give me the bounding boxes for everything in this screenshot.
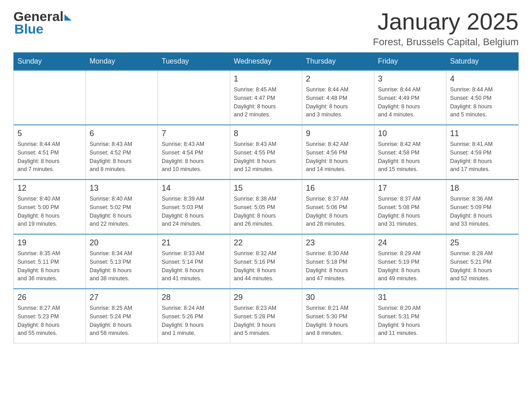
- day-number: 26: [17, 293, 82, 302]
- calendar-header-row: SundayMondayTuesdayWednesdayThursdayFrid…: [14, 53, 519, 71]
- day-number: 1: [234, 74, 298, 84]
- title-block: January 2025 Forest, Brussels Capital, B…: [373, 9, 519, 48]
- day-info: Sunrise: 8:34 AM Sunset: 5:13 PM Dayligh…: [90, 249, 154, 283]
- day-info: Sunrise: 8:35 AM Sunset: 5:11 PM Dayligh…: [17, 249, 82, 283]
- day-number: 11: [450, 129, 515, 138]
- calendar-cell: 20Sunrise: 8:34 AM Sunset: 5:13 PM Dayli…: [86, 234, 158, 289]
- calendar-cell: 18Sunrise: 8:36 AM Sunset: 5:09 PM Dayli…: [446, 180, 519, 234]
- day-info: Sunrise: 8:40 AM Sunset: 5:00 PM Dayligh…: [17, 195, 82, 228]
- calendar-cell: 15Sunrise: 8:38 AM Sunset: 5:05 PM Dayli…: [230, 180, 302, 234]
- day-info: Sunrise: 8:43 AM Sunset: 4:54 PM Dayligh…: [162, 140, 226, 174]
- day-info: Sunrise: 8:44 AM Sunset: 4:49 PM Dayligh…: [378, 86, 442, 119]
- day-number: 2: [306, 74, 370, 84]
- day-info: Sunrise: 8:29 AM Sunset: 5:19 PM Dayligh…: [378, 249, 442, 283]
- calendar-week-row: 12Sunrise: 8:40 AM Sunset: 5:00 PM Dayli…: [14, 180, 519, 234]
- day-number: 21: [162, 238, 226, 248]
- day-info: Sunrise: 8:42 AM Sunset: 4:56 PM Dayligh…: [306, 140, 370, 174]
- calendar-cell: 11Sunrise: 8:41 AM Sunset: 4:59 PM Dayli…: [446, 125, 519, 180]
- calendar-cell: 5Sunrise: 8:44 AM Sunset: 4:51 PM Daylig…: [14, 125, 86, 180]
- day-info: Sunrise: 8:45 AM Sunset: 4:47 PM Dayligh…: [234, 86, 298, 119]
- calendar-cell: [158, 70, 230, 125]
- day-number: 28: [162, 293, 226, 302]
- calendar-cell: 23Sunrise: 8:30 AM Sunset: 5:18 PM Dayli…: [302, 234, 374, 289]
- day-info: Sunrise: 8:40 AM Sunset: 5:02 PM Dayligh…: [90, 195, 154, 228]
- day-info: Sunrise: 8:44 AM Sunset: 4:48 PM Dayligh…: [306, 86, 370, 119]
- day-of-week-header: Saturday: [446, 53, 519, 71]
- day-info: Sunrise: 8:33 AM Sunset: 5:14 PM Dayligh…: [162, 249, 226, 283]
- day-info: Sunrise: 8:36 AM Sunset: 5:09 PM Dayligh…: [450, 195, 515, 228]
- calendar-cell: 13Sunrise: 8:40 AM Sunset: 5:02 PM Dayli…: [86, 180, 158, 234]
- calendar-title: January 2025: [373, 9, 519, 34]
- calendar-table: SundayMondayTuesdayWednesdayThursdayFrid…: [13, 52, 519, 343]
- day-info: Sunrise: 8:25 AM Sunset: 5:24 PM Dayligh…: [90, 304, 154, 338]
- day-number: 3: [378, 74, 442, 84]
- day-info: Sunrise: 8:20 AM Sunset: 5:31 PM Dayligh…: [378, 304, 442, 338]
- calendar-cell: 4Sunrise: 8:44 AM Sunset: 4:50 PM Daylig…: [446, 70, 519, 125]
- day-number: 12: [17, 184, 82, 193]
- calendar-week-row: 5Sunrise: 8:44 AM Sunset: 4:51 PM Daylig…: [14, 125, 519, 180]
- day-number: 24: [378, 238, 442, 248]
- day-of-week-header: Sunday: [14, 53, 86, 71]
- calendar-cell: 28Sunrise: 8:24 AM Sunset: 5:26 PM Dayli…: [158, 289, 230, 343]
- logo-blue-text: Blue: [14, 21, 43, 37]
- day-number: 6: [90, 129, 154, 138]
- page-header: General Blue January 2025 Forest, Brusse…: [13, 9, 519, 48]
- day-info: Sunrise: 8:38 AM Sunset: 5:05 PM Dayligh…: [234, 195, 298, 228]
- calendar-cell: 16Sunrise: 8:37 AM Sunset: 5:06 PM Dayli…: [302, 180, 374, 234]
- day-info: Sunrise: 8:23 AM Sunset: 5:28 PM Dayligh…: [234, 304, 298, 338]
- calendar-cell: 2Sunrise: 8:44 AM Sunset: 4:48 PM Daylig…: [302, 70, 374, 125]
- calendar-cell: 12Sunrise: 8:40 AM Sunset: 5:00 PM Dayli…: [14, 180, 86, 234]
- day-info: Sunrise: 8:37 AM Sunset: 5:08 PM Dayligh…: [378, 195, 442, 228]
- day-number: 27: [90, 293, 154, 302]
- day-info: Sunrise: 8:42 AM Sunset: 4:58 PM Dayligh…: [378, 140, 442, 174]
- calendar-week-row: 26Sunrise: 8:27 AM Sunset: 5:23 PM Dayli…: [14, 289, 519, 343]
- day-of-week-header: Monday: [86, 53, 158, 71]
- calendar-cell: 31Sunrise: 8:20 AM Sunset: 5:31 PM Dayli…: [374, 289, 446, 343]
- day-of-week-header: Friday: [374, 53, 446, 71]
- day-info: Sunrise: 8:21 AM Sunset: 5:30 PM Dayligh…: [306, 304, 370, 338]
- day-number: 13: [90, 184, 154, 193]
- logo: General Blue: [13, 9, 72, 37]
- day-number: 19: [17, 238, 82, 248]
- day-number: 30: [306, 293, 370, 302]
- day-number: 20: [90, 238, 154, 248]
- day-number: 15: [234, 184, 298, 193]
- day-info: Sunrise: 8:24 AM Sunset: 5:26 PM Dayligh…: [162, 304, 226, 338]
- calendar-week-row: 19Sunrise: 8:35 AM Sunset: 5:11 PM Dayli…: [14, 234, 519, 289]
- day-number: 8: [234, 129, 298, 138]
- day-of-week-header: Tuesday: [158, 53, 230, 71]
- calendar-cell: 21Sunrise: 8:33 AM Sunset: 5:14 PM Dayli…: [158, 234, 230, 289]
- day-number: 23: [306, 238, 370, 248]
- day-info: Sunrise: 8:41 AM Sunset: 4:59 PM Dayligh…: [450, 140, 515, 174]
- calendar-cell: [86, 70, 158, 125]
- calendar-cell: 26Sunrise: 8:27 AM Sunset: 5:23 PM Dayli…: [14, 289, 86, 343]
- day-info: Sunrise: 8:30 AM Sunset: 5:18 PM Dayligh…: [306, 249, 370, 283]
- day-number: 22: [234, 238, 298, 248]
- calendar-cell: 29Sunrise: 8:23 AM Sunset: 5:28 PM Dayli…: [230, 289, 302, 343]
- calendar-cell: 1Sunrise: 8:45 AM Sunset: 4:47 PM Daylig…: [230, 70, 302, 125]
- day-info: Sunrise: 8:27 AM Sunset: 5:23 PM Dayligh…: [17, 304, 82, 338]
- calendar-cell: 8Sunrise: 8:43 AM Sunset: 4:55 PM Daylig…: [230, 125, 302, 180]
- calendar-cell: [446, 289, 519, 343]
- day-of-week-header: Wednesday: [230, 53, 302, 71]
- day-info: Sunrise: 8:37 AM Sunset: 5:06 PM Dayligh…: [306, 195, 370, 228]
- day-info: Sunrise: 8:43 AM Sunset: 4:52 PM Dayligh…: [90, 140, 154, 174]
- day-number: 9: [306, 129, 370, 138]
- day-number: 7: [162, 129, 226, 138]
- day-info: Sunrise: 8:28 AM Sunset: 5:21 PM Dayligh…: [450, 249, 515, 283]
- calendar-subtitle: Forest, Brussels Capital, Belgium: [373, 36, 519, 48]
- day-number: 29: [234, 293, 298, 302]
- calendar-cell: 6Sunrise: 8:43 AM Sunset: 4:52 PM Daylig…: [86, 125, 158, 180]
- day-number: 17: [378, 184, 442, 193]
- day-info: Sunrise: 8:43 AM Sunset: 4:55 PM Dayligh…: [234, 140, 298, 174]
- logo-arrow-icon: [64, 14, 72, 21]
- calendar-cell: 19Sunrise: 8:35 AM Sunset: 5:11 PM Dayli…: [14, 234, 86, 289]
- calendar-cell: 25Sunrise: 8:28 AM Sunset: 5:21 PM Dayli…: [446, 234, 519, 289]
- day-number: 16: [306, 184, 370, 193]
- calendar-cell: 10Sunrise: 8:42 AM Sunset: 4:58 PM Dayli…: [374, 125, 446, 180]
- calendar-cell: 27Sunrise: 8:25 AM Sunset: 5:24 PM Dayli…: [86, 289, 158, 343]
- day-number: 18: [450, 184, 515, 193]
- day-info: Sunrise: 8:44 AM Sunset: 4:50 PM Dayligh…: [450, 86, 515, 119]
- calendar-cell: 22Sunrise: 8:32 AM Sunset: 5:16 PM Dayli…: [230, 234, 302, 289]
- day-number: 14: [162, 184, 226, 193]
